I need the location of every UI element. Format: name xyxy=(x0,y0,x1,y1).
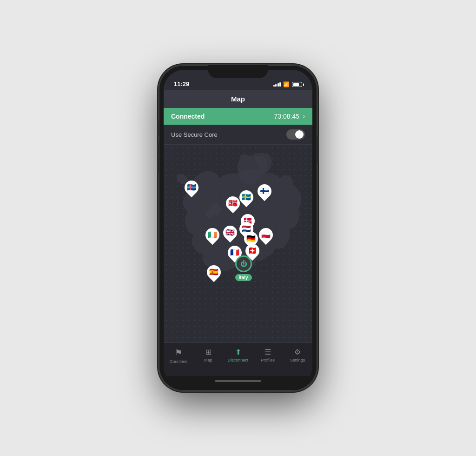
signal-bar-1 xyxy=(273,85,275,87)
tab-countries[interactable]: ⚑ Countries xyxy=(164,348,193,364)
connected-right: 73:08:45 › xyxy=(274,113,305,120)
map-area[interactable]: 🇮🇸 🇳🇴 🇸🇪 xyxy=(164,145,312,342)
countries-icon: ⚑ xyxy=(175,348,182,358)
notch xyxy=(208,65,268,78)
signal-bar-2 xyxy=(275,84,277,87)
pin-flag-iceland: 🇮🇸 xyxy=(185,181,198,194)
pin-bubble-iceland: 🇮🇸 xyxy=(182,177,201,197)
pin-iceland[interactable]: 🇮🇸 xyxy=(185,181,198,194)
phone-screen: 11:29 📶 Map Connected 73:08 xyxy=(164,70,312,386)
pin-flag-germany: 🇩🇪 xyxy=(245,233,257,245)
status-icons: 📶 xyxy=(273,81,303,87)
tab-bar: ⚑ Countries ⊞ Map ⬆ Disconnect ☰ Profile… xyxy=(164,342,312,376)
connected-label: Connected xyxy=(171,113,205,120)
secure-core-toggle[interactable] xyxy=(286,129,305,140)
pin-sweden[interactable]: 🇸🇪 xyxy=(239,190,253,204)
connection-timer: 73:08:45 xyxy=(274,113,300,120)
tab-settings-label: Settings xyxy=(290,358,305,362)
nav-bar: Map xyxy=(164,90,312,108)
wifi-icon: 📶 xyxy=(283,81,290,87)
pin-flag-uk: 🇬🇧 xyxy=(224,227,236,239)
pin-flag-poland: 🇵🇱 xyxy=(260,229,272,241)
nav-title: Map xyxy=(231,95,245,103)
tab-disconnect-label: Disconnect xyxy=(228,358,249,362)
tab-settings[interactable]: ⚙ Settings xyxy=(283,348,312,362)
pin-flag-norway: 🇳🇴 xyxy=(227,197,239,209)
pin-uk[interactable]: 🇬🇧 xyxy=(223,226,237,240)
chevron-right-icon: › xyxy=(303,113,305,120)
active-connection-pin[interactable]: ⏻ Italy xyxy=(235,255,252,281)
pin-bubble-spain: 🇪🇸 xyxy=(204,262,224,282)
pin-flag-spain: 🇪🇸 xyxy=(208,266,220,278)
battery-fill xyxy=(293,83,299,86)
pin-ireland[interactable]: 🇮🇪 xyxy=(205,228,219,242)
pin-flag-switzerland: 🇨🇭 xyxy=(246,245,258,257)
settings-icon: ⚙ xyxy=(294,348,301,356)
pin-norway[interactable]: 🇳🇴 xyxy=(226,196,240,210)
pin-bubble-poland: 🇵🇱 xyxy=(256,225,276,244)
map-icon: ⊞ xyxy=(205,348,212,356)
secure-core-row: Use Secure Core xyxy=(164,125,312,145)
tab-disconnect[interactable]: ⬆ Disconnect xyxy=(223,348,253,362)
pin-poland[interactable]: 🇵🇱 xyxy=(259,228,273,242)
toggle-knob xyxy=(295,130,304,139)
tab-profiles[interactable]: ☰ Profiles xyxy=(253,348,283,362)
pin-bubble-finland: 🇫🇮 xyxy=(254,181,274,201)
pin-bubble-ireland: 🇮🇪 xyxy=(202,225,222,244)
pin-flag-finland: 🇫🇮 xyxy=(258,185,271,197)
signal-bar-4 xyxy=(279,82,281,87)
pin-flag-ireland: 🇮🇪 xyxy=(206,229,218,241)
power-icon: ⏻ xyxy=(240,260,247,268)
signal-bar-3 xyxy=(278,83,279,87)
europe-silhouette xyxy=(164,145,312,342)
phone-frame: 11:29 📶 Map Connected 73:08 xyxy=(159,65,317,391)
pin-finland[interactable]: 🇫🇮 xyxy=(258,184,271,198)
italy-label: Italy xyxy=(235,274,252,281)
pin-flag-sweden: 🇸🇪 xyxy=(240,191,252,203)
pin-bubble-sweden: 🇸🇪 xyxy=(237,188,256,207)
signal-bars-icon xyxy=(273,82,281,87)
pin-bubble-uk: 🇬🇧 xyxy=(220,223,240,242)
battery-icon xyxy=(292,82,302,87)
disconnect-icon: ⬆ xyxy=(235,348,241,356)
status-time: 11:29 xyxy=(174,80,189,87)
tab-countries-label: Countries xyxy=(170,359,188,364)
tab-profiles-label: Profiles xyxy=(261,358,275,362)
tab-map-label: Map xyxy=(204,358,212,362)
home-bar xyxy=(215,380,261,382)
pin-spain[interactable]: 🇪🇸 xyxy=(207,265,221,279)
home-indicator xyxy=(164,376,312,386)
tab-map[interactable]: ⊞ Map xyxy=(193,348,223,362)
profiles-icon: ☰ xyxy=(264,348,271,356)
secure-core-label: Use Secure Core xyxy=(171,131,218,138)
power-button[interactable]: ⏻ xyxy=(235,255,252,272)
connected-bar[interactable]: Connected 73:08:45 › xyxy=(164,108,312,125)
